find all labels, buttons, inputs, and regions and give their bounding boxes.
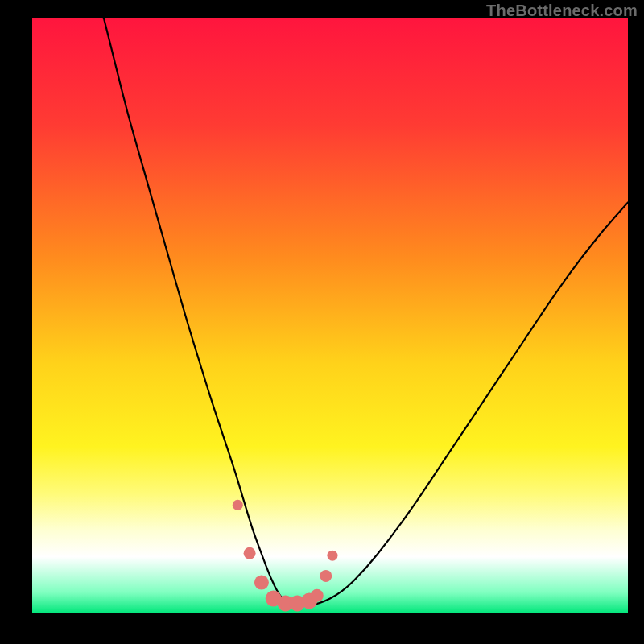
valley-marker: [327, 551, 337, 561]
chart-svg: [32, 18, 628, 613]
gradient-background: [32, 18, 628, 613]
valley-marker: [254, 576, 269, 590]
valley-marker: [244, 547, 256, 559]
chart-frame: TheBottleneck.com: [0, 0, 644, 644]
valley-marker: [311, 589, 324, 602]
plot-area: [32, 18, 628, 613]
valley-marker: [320, 570, 332, 582]
valley-marker: [233, 500, 243, 510]
watermark-text: TheBottleneck.com: [486, 2, 638, 20]
